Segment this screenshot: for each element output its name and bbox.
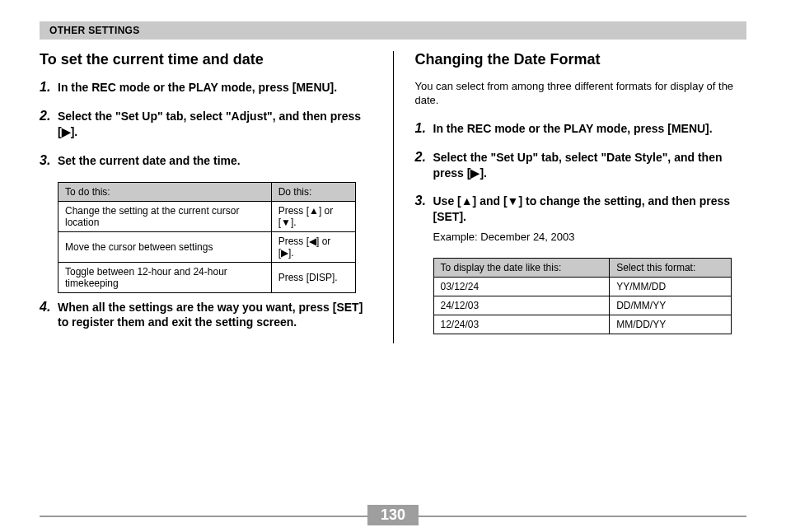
- step-example: Example: December 24, 2003: [433, 230, 747, 245]
- table-row: 12/24/03 MM/DD/YY: [433, 315, 731, 334]
- table-cell: 24/12/03: [433, 296, 610, 315]
- table-cell: Press [▲] or [▼].: [271, 201, 356, 231]
- left-column: To set the current time and date 1. In t…: [40, 51, 372, 343]
- step-text: Use [▲] and [▼] to change the setting, a…: [433, 194, 747, 244]
- step-number: 2.: [40, 109, 58, 140]
- right-format-table: To display the date like this: Select th…: [433, 258, 732, 334]
- step-text: In the REC mode or the PLAY mode, press …: [433, 121, 747, 137]
- table-row: 03/12/24 YY/MM/DD: [433, 277, 731, 296]
- table-row: Change the setting at the current cursor…: [58, 201, 356, 231]
- table-cell: YY/MM/DD: [610, 277, 732, 296]
- list-item: 1. In the REC mode or the PLAY mode, pre…: [415, 121, 747, 137]
- step-number: 3.: [415, 194, 433, 244]
- list-item: 3. Use [▲] and [▼] to change the setting…: [415, 194, 747, 244]
- step-number: 3.: [40, 153, 58, 169]
- step-number: 1.: [40, 80, 58, 96]
- left-steps: 1. In the REC mode or the PLAY mode, pre…: [40, 80, 372, 169]
- step-text: In the REC mode or the PLAY mode, press …: [58, 80, 372, 96]
- list-item: 1. In the REC mode or the PLAY mode, pre…: [40, 80, 372, 96]
- list-item: 2. Select the "Set Up" tab, select "Date…: [415, 150, 747, 181]
- list-item: 4. When all the settings are the way you…: [40, 300, 372, 331]
- table-row: Toggle between 12-hour and 24-hour timek…: [58, 262, 356, 292]
- step-text: When all the settings are the way you wa…: [58, 300, 372, 331]
- right-column: Changing the Date Format You can select …: [415, 51, 747, 343]
- step-text: Select the "Set Up" tab, select "Adjust"…: [58, 109, 372, 140]
- step-text: Set the current date and the time.: [58, 153, 372, 169]
- table-header-cell: Select this format:: [610, 258, 732, 277]
- step-number: 1.: [415, 121, 433, 137]
- right-title: Changing the Date Format: [415, 51, 747, 68]
- left-steps-cont: 4. When all the settings are the way you…: [40, 300, 372, 331]
- list-item: 2. Select the "Set Up" tab, select "Adju…: [40, 109, 372, 140]
- manual-page: OTHER SETTINGS To set the current time a…: [0, 21, 786, 532]
- table-cell: 12/24/03: [433, 315, 610, 334]
- left-instruction-table: To do this: Do this: Change the setting …: [58, 182, 356, 293]
- table-cell: Move the cursor between settings: [58, 231, 272, 262]
- table-row: 24/12/03 DD/MM/YY: [433, 296, 731, 315]
- section-header: OTHER SETTINGS: [40, 21, 746, 40]
- table-cell: Toggle between 12-hour and 24-hour timek…: [58, 262, 272, 292]
- table-cell: DD/MM/YY: [610, 296, 732, 315]
- table-cell: 03/12/24: [433, 277, 610, 296]
- table-cell: MM/DD/YY: [610, 315, 732, 334]
- table-cell: Press [DISP].: [271, 262, 356, 292]
- two-column-layout: To set the current time and date 1. In t…: [40, 51, 746, 343]
- table-cell: Change the setting at the current cursor…: [58, 201, 272, 231]
- table-header-cell: Do this:: [271, 182, 356, 201]
- table-row: Move the cursor between settings Press […: [58, 231, 356, 262]
- table-header-cell: To do this:: [58, 182, 272, 201]
- column-divider: [393, 51, 394, 343]
- table-header-cell: To display the date like this:: [433, 258, 610, 277]
- step-number: 2.: [415, 150, 433, 181]
- right-intro: You can select from among three differen…: [415, 80, 747, 108]
- step-number: 4.: [40, 300, 58, 331]
- right-steps: 1. In the REC mode or the PLAY mode, pre…: [415, 121, 747, 245]
- step-text-inner: Use [▲] and [▼] to change the setting, a…: [433, 194, 731, 223]
- table-row: To do this: Do this:: [58, 182, 356, 201]
- left-title: To set the current time and date: [40, 51, 372, 68]
- table-row: To display the date like this: Select th…: [433, 258, 731, 277]
- list-item: 3. Set the current date and the time.: [40, 153, 372, 169]
- step-text: Select the "Set Up" tab, select "Date St…: [433, 150, 747, 181]
- table-cell: Press [◀] or [▶].: [271, 231, 356, 262]
- page-number: 130: [367, 505, 419, 525]
